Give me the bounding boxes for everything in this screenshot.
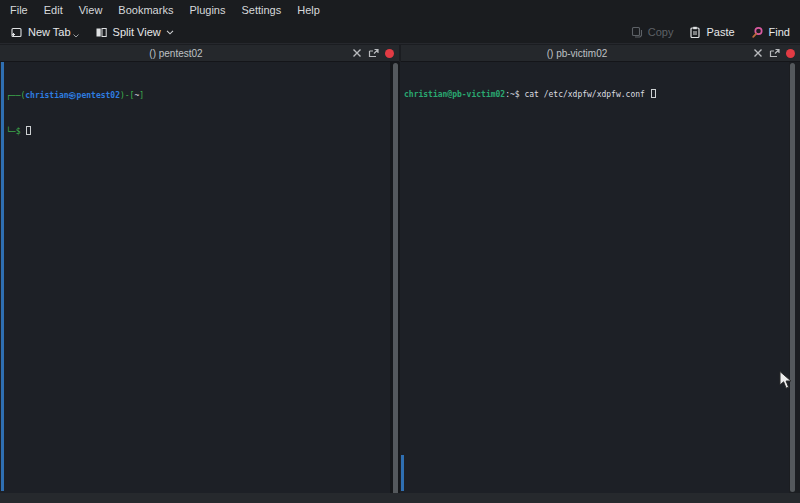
terminal-line: └─$: [6, 126, 390, 138]
scroll-indicator-right-pane[interactable]: [401, 455, 404, 491]
terminal-cursor: [26, 126, 31, 135]
menu-item-help[interactable]: Help: [289, 0, 328, 21]
split-view-label: Split View: [113, 26, 161, 38]
pane-title-right: () pb-victim02: [401, 48, 753, 59]
menu-bar: File Edit View Bookmarks Plugins Setting…: [0, 0, 800, 21]
close-pane-button[interactable]: [786, 49, 795, 58]
maximize-pane-icon[interactable]: [753, 48, 763, 58]
menu-item-plugins[interactable]: Plugins: [181, 0, 233, 21]
toolbar-right-group: Copy Paste: [621, 22, 800, 43]
copy-button[interactable]: Copy: [625, 22, 680, 43]
copy-icon: [631, 26, 643, 39]
terminal-cursor: [651, 89, 656, 98]
scrollbar-right-pane[interactable]: [790, 63, 795, 492]
new-tab-button[interactable]: New Tab: [4, 22, 85, 43]
pane-header-right-icons: [753, 48, 800, 58]
menu-item-edit[interactable]: Edit: [36, 0, 71, 21]
pane-header-left-icons: [352, 48, 399, 58]
paste-label: Paste: [706, 26, 734, 38]
split-view-button[interactable]: Split View: [89, 22, 180, 43]
menu-item-file[interactable]: File: [2, 0, 36, 21]
scrollbar-left-pane[interactable]: [393, 63, 398, 495]
menu-item-bookmarks[interactable]: Bookmarks: [110, 0, 181, 21]
window-bottom-strip: [0, 493, 800, 503]
mouse-pointer-icon: [779, 371, 793, 390]
scroll-indicator-left-pane[interactable]: [1, 62, 4, 491]
terminal-line: christian@pb-victim02:~$ cat /etc/xdpfw/…: [404, 89, 789, 101]
terminal-line: ┌──(christian㉿pentest02)-[~]: [6, 90, 390, 102]
detach-pane-icon[interactable]: [769, 48, 780, 58]
konsole-window: File Edit View Bookmarks Plugins Setting…: [0, 0, 800, 503]
close-pane-button[interactable]: [385, 49, 394, 58]
copy-label: Copy: [648, 26, 674, 38]
new-tab-label: New Tab: [28, 26, 71, 38]
menu-item-view[interactable]: View: [71, 0, 111, 21]
toolbar: New Tab Split View: [0, 21, 800, 44]
detach-pane-icon[interactable]: [368, 48, 379, 58]
terminal-left-pentest02[interactable]: ┌──(christian㉿pentest02)-[~] └─$: [0, 62, 390, 493]
caret-down-icon: [73, 34, 79, 38]
terminal-right-pb-victim02[interactable]: christian@pb-victim02:~$ cat /etc/xdpfw/…: [400, 62, 789, 493]
pane-header-left: () pentest02: [0, 45, 399, 62]
find-icon: [751, 26, 764, 39]
find-label: Find: [769, 26, 790, 38]
menu-item-settings[interactable]: Settings: [233, 0, 289, 21]
split-view-icon: [95, 26, 108, 39]
paste-icon: [689, 26, 701, 39]
pane-header-right: () pb-victim02: [401, 45, 800, 62]
maximize-pane-icon[interactable]: [352, 48, 362, 58]
new-tab-icon: [10, 26, 23, 39]
paste-button[interactable]: Paste: [683, 22, 740, 43]
find-button[interactable]: Find: [745, 22, 796, 43]
pane-title-left: () pentest02: [0, 48, 352, 59]
chevron-down-icon: [166, 30, 174, 35]
